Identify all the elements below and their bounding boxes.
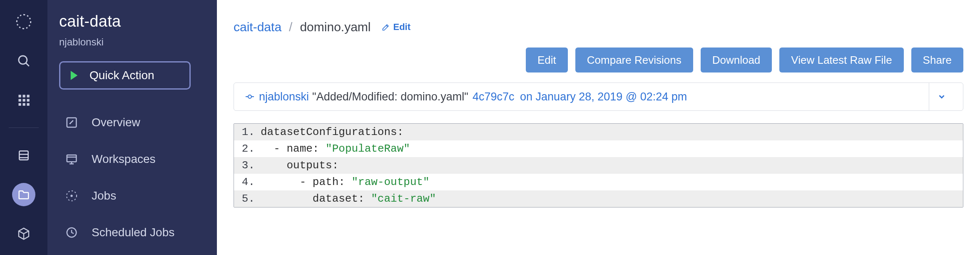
commit-author-link[interactable]: njablonski xyxy=(259,90,309,103)
download-button[interactable]: Download xyxy=(701,48,772,72)
svg-point-24 xyxy=(248,95,251,98)
commit-icon xyxy=(245,92,255,102)
svg-rect-6 xyxy=(23,99,25,102)
code-gutter: 1. xyxy=(234,124,261,140)
jobs-icon xyxy=(64,189,79,202)
project-sidebar: cait-data njablonski Quick Action Overvi… xyxy=(47,0,217,255)
svg-rect-7 xyxy=(27,99,30,102)
svg-point-22 xyxy=(70,195,72,197)
sidebar-item-scheduled-jobs[interactable]: Scheduled Jobs xyxy=(59,216,205,249)
view-latest-raw-button[interactable]: View Latest Raw File xyxy=(779,48,903,72)
svg-rect-17 xyxy=(67,155,77,162)
quick-action-label: Quick Action xyxy=(90,69,154,82)
code-text: outputs: xyxy=(261,157,963,174)
commit-message: "Added/Modified: domino.yaml" xyxy=(312,90,468,103)
rail-apps-icon[interactable] xyxy=(12,88,35,112)
overview-icon xyxy=(64,116,79,129)
chevron-down-icon xyxy=(937,92,946,101)
sidebar-item-label: Scheduled Jobs xyxy=(92,226,174,239)
sidebar-item-overview[interactable]: Overview xyxy=(59,106,205,139)
code-gutter: 5. xyxy=(234,190,261,207)
sidebar-item-workspaces[interactable]: Workspaces xyxy=(59,143,205,175)
share-button[interactable]: Share xyxy=(911,48,963,72)
breadcrumb: cait-data / domino.yaml Edit xyxy=(217,20,963,34)
rail-search-icon[interactable] xyxy=(12,49,35,72)
rail-divider xyxy=(9,128,39,128)
quick-action-button[interactable]: Quick Action xyxy=(59,61,191,90)
svg-rect-10 xyxy=(27,103,30,106)
commit-bar: njablonski "Added/Modified: domino.yaml"… xyxy=(234,82,963,111)
compare-revisions-button[interactable]: Compare Revisions xyxy=(575,48,693,72)
side-nav: Overview Workspaces Jobs Scheduled Jobs xyxy=(59,106,205,249)
rail-files-icon[interactable] xyxy=(12,183,35,206)
code-gutter: 2. xyxy=(234,140,261,157)
svg-line-1 xyxy=(26,63,29,66)
breadcrumb-edit-link[interactable]: Edit xyxy=(382,22,411,32)
project-owner: njablonski xyxy=(59,36,205,48)
code-gutter: 4. xyxy=(234,174,261,190)
code-line: 2. - name: "PopulateRaw" xyxy=(234,140,963,157)
code-text: dataset: "cait-raw" xyxy=(261,190,963,207)
sidebar-item-label: Overview xyxy=(92,116,140,129)
code-line: 1. datasetConfigurations: xyxy=(234,124,963,140)
svg-rect-9 xyxy=(23,103,25,106)
code-text: datasetConfigurations: xyxy=(261,124,963,140)
svg-point-0 xyxy=(19,56,27,64)
code-block: 1. datasetConfigurations: 2. - name: "Po… xyxy=(234,123,963,208)
code-text: - name: "PopulateRaw" xyxy=(261,140,963,157)
rail-cube-icon[interactable] xyxy=(12,222,35,245)
rail-logo-icon[interactable] xyxy=(12,10,35,33)
svg-rect-8 xyxy=(19,103,21,106)
action-bar: Edit Compare Revisions Download View Lat… xyxy=(217,34,963,82)
svg-rect-5 xyxy=(19,99,21,102)
breadcrumb-edit-label: Edit xyxy=(393,22,411,32)
icon-rail xyxy=(0,0,47,255)
sidebar-item-label: Jobs xyxy=(92,189,116,202)
play-icon xyxy=(70,71,78,80)
commit-hash-link[interactable]: 4c79c7c on January 28, 2019 @ 02:24 pm xyxy=(473,90,687,103)
svg-rect-3 xyxy=(23,95,25,98)
scheduled-jobs-icon xyxy=(64,226,79,239)
code-line: 3. outputs: xyxy=(234,157,963,174)
workspaces-icon xyxy=(64,153,79,165)
commit-dropdown-toggle[interactable] xyxy=(929,83,954,110)
edit-button[interactable]: Edit xyxy=(526,48,568,72)
breadcrumb-file: domino.yaml xyxy=(300,20,371,34)
code-gutter: 3. xyxy=(234,157,261,174)
code-text: - path: "raw-output" xyxy=(261,174,963,190)
svg-marker-14 xyxy=(71,71,78,80)
svg-rect-11 xyxy=(19,151,28,160)
code-line: 4. - path: "raw-output" xyxy=(234,174,963,190)
breadcrumb-separator: / xyxy=(289,20,292,34)
sidebar-item-label: Workspaces xyxy=(92,152,156,166)
rail-database-icon[interactable] xyxy=(12,144,35,167)
sidebar-item-jobs[interactable]: Jobs xyxy=(59,180,205,212)
main-content: cait-data / domino.yaml Edit Edit Compar… xyxy=(217,0,980,255)
pencil-icon xyxy=(382,23,390,31)
project-title: cait-data xyxy=(59,12,205,30)
breadcrumb-project-link[interactable]: cait-data xyxy=(234,20,281,34)
svg-rect-2 xyxy=(19,95,21,98)
svg-rect-4 xyxy=(27,95,30,98)
code-line: 5. dataset: "cait-raw" xyxy=(234,190,963,207)
